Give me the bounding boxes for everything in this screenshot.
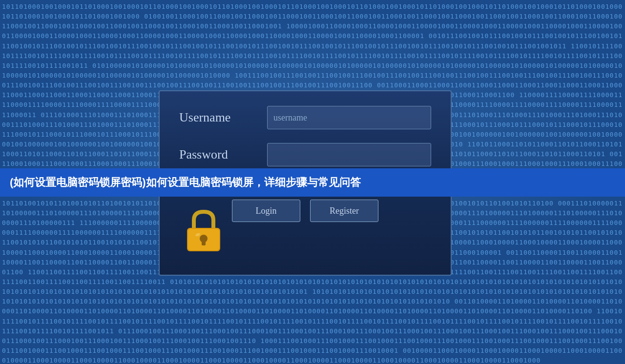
register-button[interactable]: Register [310, 200, 378, 222]
lock-area [184, 209, 223, 255]
password-label: Password [179, 147, 267, 162]
svg-rect-3 [202, 241, 206, 245]
lock-icon [184, 209, 223, 253]
username-label: Username [179, 110, 267, 125]
title-text: (如何设置电脑密码锁屏密码)如何设置电脑密码锁屏，详细步骤与常见问答 [10, 175, 361, 190]
username-input[interactable] [267, 106, 431, 129]
login-button[interactable]: Login [232, 200, 300, 222]
username-row: Username [179, 106, 431, 129]
password-row: Password [179, 143, 431, 166]
title-banner: (如何设置电脑密码锁屏密码)如何设置电脑密码锁屏，详细步骤与常见问答 [0, 168, 625, 197]
password-input[interactable] [267, 143, 431, 166]
